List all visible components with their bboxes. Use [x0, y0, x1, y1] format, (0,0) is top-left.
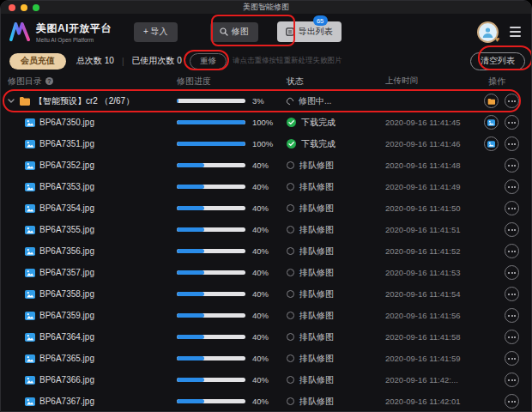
- upload-time: 2020-09-16 11:42:...: [385, 375, 458, 385]
- redo-hint-text: 请点击重修按钮重新处理失败图片: [233, 56, 342, 66]
- more-actions-button[interactable]: [505, 394, 519, 409]
- zoom-window-button[interactable]: [33, 4, 39, 11]
- retouch-button[interactable]: 修图: [210, 22, 258, 42]
- upload-time: 2020-09-16 11:41:51: [385, 225, 461, 234]
- window-title: 美图智能修图: [1, 2, 531, 13]
- more-actions-button[interactable]: [505, 136, 519, 151]
- table-row[interactable]: BP6A7367.jpg 40% 排队修图 2020-09-16 11:42:0…: [1, 391, 531, 412]
- table-row[interactable]: BP6A7359.jpg 40% 排队修图 2020-09-16 11:41:5…: [1, 305, 531, 326]
- progress-percent: 3%: [252, 96, 264, 106]
- progress-percent: 40%: [252, 397, 269, 406]
- upload-time: 2020-09-16 11:41:54: [385, 289, 461, 299]
- used-count-label: 已使用次数 0: [132, 55, 182, 67]
- table-row[interactable]: BP6A7365.jpg 40% 排队修图 2020-09-16 11:41:5…: [1, 348, 531, 369]
- table-row[interactable]: 【智能预设】cr2 （2/67） 3% 修图中...: [1, 90, 531, 112]
- progress-percent: 40%: [252, 182, 269, 191]
- more-actions-button[interactable]: [505, 201, 519, 215]
- queue-circle-icon: [287, 183, 294, 191]
- status-text: 修图中...: [299, 95, 331, 107]
- chevron-down-icon[interactable]: [8, 99, 15, 103]
- table-row[interactable]: BP6A7353.jpg 40% 排队修图 2020-09-16 11:41:4…: [1, 176, 531, 197]
- clear-list-button[interactable]: 清空列表: [470, 52, 525, 70]
- count-separator: |: [122, 57, 124, 66]
- progress-percent: 40%: [252, 161, 269, 170]
- import-button[interactable]: + 导入: [134, 22, 178, 42]
- status-text: 排队修图: [299, 224, 334, 236]
- row-name: BP6A7365.jpg: [39, 354, 94, 363]
- more-actions-button[interactable]: [505, 330, 519, 344]
- more-actions-button[interactable]: [505, 351, 519, 366]
- member-recharge-button[interactable]: 会员充值: [9, 53, 66, 70]
- row-name: BP6A7357.jpg: [39, 268, 94, 277]
- progress-bar: [177, 120, 245, 124]
- table-row[interactable]: BP6A7366.jpg 40% 排队修图 2020-09-16 11:42:.…: [1, 369, 531, 391]
- table-row[interactable]: BP6A7357.jpg 40% 排队修图 2020-09-16 11:41:5…: [1, 262, 531, 283]
- progress-percent: 100%: [252, 139, 273, 148]
- row-name: BP6A7367.jpg: [39, 397, 94, 406]
- redo-button[interactable]: 重修: [190, 53, 227, 70]
- progress-bar: [177, 356, 245, 360]
- table-row[interactable]: BP6A7350.jpg 100% 下载完成 2020-09-16 11:41:…: [1, 112, 531, 133]
- progress-bar: [177, 185, 245, 189]
- image-file-icon: [25, 204, 35, 213]
- table-row[interactable]: BP6A7355.jpg 40% 排队修图 2020-09-16 11:41:5…: [1, 219, 531, 240]
- more-actions-button[interactable]: [505, 115, 519, 130]
- menu-button[interactable]: [510, 27, 521, 37]
- close-window-button[interactable]: [9, 4, 15, 11]
- more-actions-button[interactable]: [505, 94, 519, 108]
- more-actions-button[interactable]: [505, 158, 519, 173]
- progress-percent: 40%: [252, 289, 269, 299]
- progress-bar: [177, 378, 245, 382]
- table-row[interactable]: BP6A7364.jpg 40% 排队修图 2020-09-16 11:41:5…: [1, 326, 531, 348]
- more-actions-button[interactable]: [505, 179, 519, 194]
- import-button-label: + 导入: [143, 26, 168, 38]
- table-row[interactable]: BP6A7356.jpg 40% 排队修图 2020-09-16 11:41:5…: [1, 240, 531, 262]
- status-text: 排队修图: [299, 181, 334, 193]
- more-actions-button[interactable]: [505, 222, 519, 237]
- image-file-icon: [25, 161, 35, 170]
- retouch-button-label: 修图: [232, 26, 249, 38]
- image-file-icon: [25, 333, 35, 342]
- header-right: ♥: [477, 21, 521, 43]
- view-image-button[interactable]: [484, 136, 499, 151]
- queue-circle-icon: [287, 204, 294, 212]
- help-icon[interactable]: ?: [45, 77, 53, 85]
- progress-bar: [177, 227, 245, 232]
- traffic-lights: [9, 4, 39, 11]
- table-row[interactable]: BP6A7351.jpg 100% 下载完成 2020-09-16 11:41:…: [1, 133, 531, 154]
- folder-icon: [487, 98, 495, 105]
- status-text: 排队修图: [299, 374, 334, 386]
- user-avatar[interactable]: ♥: [477, 21, 499, 43]
- table-row[interactable]: BP6A7358.jpg 40% 排队修图 2020-09-16 11:41:5…: [1, 283, 531, 305]
- status-text: 下载完成: [301, 117, 336, 129]
- brand-title: 美图AI开放平台: [36, 21, 112, 36]
- status-text: 排队修图: [299, 160, 334, 172]
- more-actions-button[interactable]: [505, 287, 519, 301]
- image-icon: [487, 119, 495, 126]
- progress-percent: 40%: [252, 332, 269, 342]
- image-icon: [487, 141, 495, 148]
- minimize-window-button[interactable]: [21, 4, 27, 11]
- table-row[interactable]: BP6A7354.jpg 40% 排队修图 2020-09-16 11:41:5…: [1, 197, 531, 219]
- more-actions-button[interactable]: [505, 308, 519, 323]
- more-actions-button[interactable]: [505, 373, 519, 387]
- export-list-icon: [286, 27, 294, 36]
- table-row[interactable]: BP6A7352.jpg 40% 排队修图 2020-09-16 11:41:4…: [1, 154, 531, 176]
- queue-circle-icon: [287, 269, 294, 276]
- image-file-icon: [25, 140, 35, 148]
- app-header: 美图AI开放平台 Meitu AI Open Platform + 导入 修图 …: [1, 14, 531, 50]
- more-actions-button[interactable]: [505, 244, 519, 258]
- row-name: BP6A7358.jpg: [39, 289, 94, 299]
- progress-percent: 40%: [252, 203, 269, 213]
- image-file-icon: [25, 312, 35, 320]
- magnifier-icon: [220, 27, 228, 36]
- progress-percent: 100%: [252, 118, 273, 127]
- row-name: BP6A7352.jpg: [39, 161, 94, 170]
- export-list-button[interactable]: 导出列表: [277, 21, 342, 42]
- open-folder-button[interactable]: [484, 94, 499, 108]
- column-upload-time: 上传时间: [385, 76, 475, 87]
- more-actions-button[interactable]: [505, 265, 519, 280]
- upload-time: 2020-09-16 11:41:46: [385, 139, 461, 148]
- status-text: 排队修图: [299, 353, 334, 365]
- view-image-button[interactable]: [484, 115, 499, 130]
